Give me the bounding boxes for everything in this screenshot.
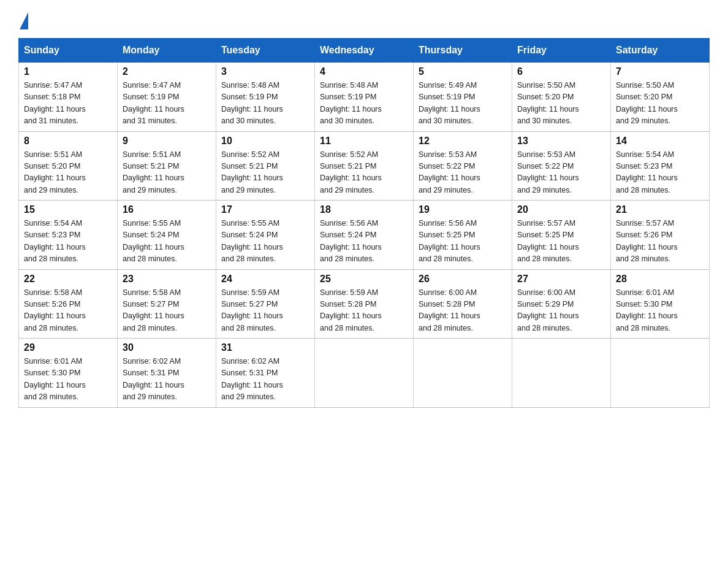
calendar-week-row-5: 29Sunrise: 6:01 AMSunset: 5:30 PMDayligh… xyxy=(19,339,710,408)
calendar-cell: 24Sunrise: 5:59 AMSunset: 5:27 PMDayligh… xyxy=(216,269,315,339)
calendar-cell: 19Sunrise: 5:56 AMSunset: 5:25 PMDayligh… xyxy=(414,201,512,270)
day-number: 11 xyxy=(320,136,408,147)
day-number: 16 xyxy=(123,204,211,215)
calendar-cell xyxy=(611,339,710,408)
day-info: Sunrise: 5:52 AMSunset: 5:21 PMDaylight:… xyxy=(320,149,408,197)
day-number: 25 xyxy=(320,274,408,285)
day-number: 1 xyxy=(24,66,112,77)
day-info: Sunrise: 5:50 AMSunset: 5:20 PMDaylight:… xyxy=(616,80,704,128)
day-info: Sunrise: 5:54 AMSunset: 5:23 PMDaylight:… xyxy=(616,149,704,197)
calendar-week-row-4: 22Sunrise: 5:58 AMSunset: 5:26 PMDayligh… xyxy=(19,269,710,339)
day-number: 12 xyxy=(419,136,507,147)
calendar-cell: 26Sunrise: 6:00 AMSunset: 5:28 PMDayligh… xyxy=(414,269,512,339)
day-number: 7 xyxy=(616,66,704,77)
calendar-cell: 13Sunrise: 5:53 AMSunset: 5:22 PMDayligh… xyxy=(512,131,611,201)
calendar-week-row-1: 1Sunrise: 5:47 AMSunset: 5:18 PMDaylight… xyxy=(19,63,710,132)
calendar-cell: 15Sunrise: 5:54 AMSunset: 5:23 PMDayligh… xyxy=(19,201,118,270)
calendar-cell xyxy=(315,339,414,408)
calendar-cell: 31Sunrise: 6:02 AMSunset: 5:31 PMDayligh… xyxy=(216,339,315,408)
page-header xyxy=(18,12,710,27)
day-info: Sunrise: 5:58 AMSunset: 5:26 PMDaylight:… xyxy=(24,287,112,335)
calendar-cell: 28Sunrise: 6:01 AMSunset: 5:30 PMDayligh… xyxy=(611,269,710,339)
calendar-cell: 2Sunrise: 5:47 AMSunset: 5:19 PMDaylight… xyxy=(118,63,216,132)
day-number: 30 xyxy=(123,342,211,353)
calendar-cell: 22Sunrise: 5:58 AMSunset: 5:26 PMDayligh… xyxy=(19,269,118,339)
calendar-cell: 29Sunrise: 6:01 AMSunset: 5:30 PMDayligh… xyxy=(19,339,118,408)
calendar-cell: 1Sunrise: 5:47 AMSunset: 5:18 PMDaylight… xyxy=(19,63,118,132)
day-number: 9 xyxy=(123,136,211,147)
day-info: Sunrise: 6:00 AMSunset: 5:29 PMDaylight:… xyxy=(517,287,605,335)
day-number: 2 xyxy=(123,66,211,77)
day-number: 3 xyxy=(221,66,309,77)
calendar-cell: 8Sunrise: 5:51 AMSunset: 5:20 PMDaylight… xyxy=(19,131,118,201)
day-info: Sunrise: 5:47 AMSunset: 5:18 PMDaylight:… xyxy=(24,80,112,128)
day-info: Sunrise: 5:48 AMSunset: 5:19 PMDaylight:… xyxy=(221,80,309,128)
calendar-cell: 23Sunrise: 5:58 AMSunset: 5:27 PMDayligh… xyxy=(118,269,216,339)
day-info: Sunrise: 6:00 AMSunset: 5:28 PMDaylight:… xyxy=(419,287,507,335)
day-info: Sunrise: 5:50 AMSunset: 5:20 PMDaylight:… xyxy=(517,80,605,128)
day-number: 22 xyxy=(24,274,112,285)
calendar-cell: 9Sunrise: 5:51 AMSunset: 5:21 PMDaylight… xyxy=(118,131,216,201)
calendar-cell: 20Sunrise: 5:57 AMSunset: 5:25 PMDayligh… xyxy=(512,201,611,270)
day-number: 5 xyxy=(419,66,507,77)
calendar-cell: 5Sunrise: 5:49 AMSunset: 5:19 PMDaylight… xyxy=(414,63,512,132)
calendar-cell: 6Sunrise: 5:50 AMSunset: 5:20 PMDaylight… xyxy=(512,63,611,132)
day-number: 23 xyxy=(123,274,211,285)
weekday-header-saturday: Saturday xyxy=(611,39,710,63)
day-info: Sunrise: 5:57 AMSunset: 5:25 PMDaylight:… xyxy=(517,218,605,266)
weekday-header-friday: Friday xyxy=(512,39,611,63)
day-info: Sunrise: 5:58 AMSunset: 5:27 PMDaylight:… xyxy=(123,287,211,335)
day-info: Sunrise: 6:02 AMSunset: 5:31 PMDaylight:… xyxy=(123,356,211,404)
day-number: 6 xyxy=(517,66,605,77)
calendar-cell: 11Sunrise: 5:52 AMSunset: 5:21 PMDayligh… xyxy=(315,131,414,201)
day-info: Sunrise: 5:51 AMSunset: 5:21 PMDaylight:… xyxy=(123,149,211,197)
calendar-cell: 14Sunrise: 5:54 AMSunset: 5:23 PMDayligh… xyxy=(611,131,710,201)
calendar-cell: 3Sunrise: 5:48 AMSunset: 5:19 PMDaylight… xyxy=(216,63,315,132)
calendar-cell: 10Sunrise: 5:52 AMSunset: 5:21 PMDayligh… xyxy=(216,131,315,201)
day-number: 13 xyxy=(517,136,605,147)
day-info: Sunrise: 5:53 AMSunset: 5:22 PMDaylight:… xyxy=(419,149,507,197)
calendar-table: SundayMondayTuesdayWednesdayThursdayFrid… xyxy=(18,38,710,408)
day-info: Sunrise: 5:54 AMSunset: 5:23 PMDaylight:… xyxy=(24,218,112,266)
day-number: 19 xyxy=(419,204,507,215)
calendar-cell: 17Sunrise: 5:55 AMSunset: 5:24 PMDayligh… xyxy=(216,201,315,270)
day-info: Sunrise: 5:59 AMSunset: 5:28 PMDaylight:… xyxy=(320,287,408,335)
day-number: 20 xyxy=(517,204,605,215)
calendar-cell xyxy=(414,339,512,408)
day-info: Sunrise: 5:55 AMSunset: 5:24 PMDaylight:… xyxy=(123,218,211,266)
weekday-header-wednesday: Wednesday xyxy=(315,39,414,63)
calendar-cell: 27Sunrise: 6:00 AMSunset: 5:29 PMDayligh… xyxy=(512,269,611,339)
day-number: 15 xyxy=(24,204,112,215)
day-info: Sunrise: 5:53 AMSunset: 5:22 PMDaylight:… xyxy=(517,149,605,197)
day-info: Sunrise: 5:52 AMSunset: 5:21 PMDaylight:… xyxy=(221,149,309,197)
weekday-header-row: SundayMondayTuesdayWednesdayThursdayFrid… xyxy=(19,39,710,63)
calendar-cell: 4Sunrise: 5:48 AMSunset: 5:19 PMDaylight… xyxy=(315,63,414,132)
day-info: Sunrise: 5:51 AMSunset: 5:20 PMDaylight:… xyxy=(24,149,112,197)
weekday-header-tuesday: Tuesday xyxy=(216,39,315,63)
day-info: Sunrise: 5:59 AMSunset: 5:27 PMDaylight:… xyxy=(221,287,309,335)
calendar-cell: 18Sunrise: 5:56 AMSunset: 5:24 PMDayligh… xyxy=(315,201,414,270)
calendar-cell: 16Sunrise: 5:55 AMSunset: 5:24 PMDayligh… xyxy=(118,201,216,270)
day-number: 26 xyxy=(419,274,507,285)
day-info: Sunrise: 5:47 AMSunset: 5:19 PMDaylight:… xyxy=(123,80,211,128)
weekday-header-monday: Monday xyxy=(118,39,216,63)
day-number: 10 xyxy=(221,136,309,147)
day-info: Sunrise: 5:49 AMSunset: 5:19 PMDaylight:… xyxy=(419,80,507,128)
day-info: Sunrise: 5:55 AMSunset: 5:24 PMDaylight:… xyxy=(221,218,309,266)
day-number: 18 xyxy=(320,204,408,215)
day-number: 24 xyxy=(221,274,309,285)
day-number: 14 xyxy=(616,136,704,147)
day-info: Sunrise: 6:02 AMSunset: 5:31 PMDaylight:… xyxy=(221,356,309,404)
weekday-header-thursday: Thursday xyxy=(414,39,512,63)
day-number: 29 xyxy=(24,342,112,353)
calendar-week-row-2: 8Sunrise: 5:51 AMSunset: 5:20 PMDaylight… xyxy=(19,131,710,201)
calendar-cell: 12Sunrise: 5:53 AMSunset: 5:22 PMDayligh… xyxy=(414,131,512,201)
day-info: Sunrise: 6:01 AMSunset: 5:30 PMDaylight:… xyxy=(24,356,112,404)
logo xyxy=(18,12,28,27)
calendar-week-row-3: 15Sunrise: 5:54 AMSunset: 5:23 PMDayligh… xyxy=(19,201,710,270)
calendar-cell: 30Sunrise: 6:02 AMSunset: 5:31 PMDayligh… xyxy=(118,339,216,408)
logo-triangle-icon xyxy=(20,12,28,29)
day-number: 17 xyxy=(221,204,309,215)
day-number: 27 xyxy=(517,274,605,285)
calendar-cell: 21Sunrise: 5:57 AMSunset: 5:26 PMDayligh… xyxy=(611,201,710,270)
